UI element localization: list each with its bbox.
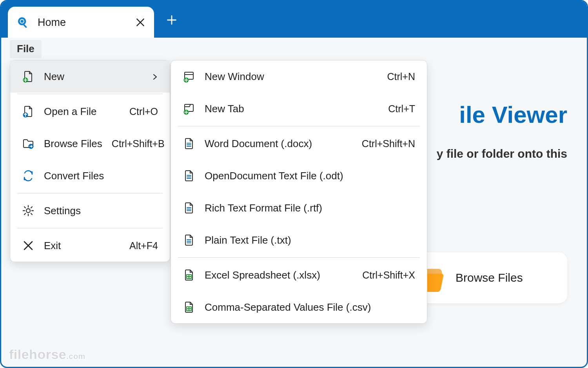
- menu-item-label: OpenDocument Text File (.odt): [205, 170, 415, 182]
- open-file-icon: [22, 105, 34, 118]
- menu-item-label: Comma-Separated Values File (.csv): [205, 301, 415, 313]
- menu-divider: [178, 257, 420, 258]
- magnifier-icon: [17, 16, 29, 28]
- menu-item-shortcut: Ctrl+O: [129, 106, 158, 117]
- tab-home[interactable]: Home: [8, 7, 154, 38]
- gear-icon: [22, 204, 34, 217]
- menu-item-label: Excel Spreadsheet (.xlsx): [205, 269, 353, 281]
- close-icon[interactable]: [135, 17, 145, 27]
- file-new-submenu: New Window Ctrl+N New Tab Ctrl+T Word Do…: [171, 60, 427, 324]
- menu-item-label: New Tab: [205, 103, 379, 115]
- browse-files-label: Browse Files: [456, 271, 523, 284]
- file-menu-convert[interactable]: Convert Files: [10, 160, 170, 192]
- file-menu-browse[interactable]: Browse Files Ctrl+Shift+B: [10, 128, 170, 160]
- menu-bar: File: [1, 38, 587, 60]
- svg-point-2: [20, 20, 24, 23]
- menu-item-shortcut: Ctrl+N: [387, 71, 415, 82]
- menu-divider: [17, 228, 163, 228]
- menu-item-shortcut: Ctrl+T: [388, 103, 415, 115]
- file-menu-label: File: [17, 43, 34, 55]
- file-menu-settings[interactable]: Settings: [10, 195, 170, 227]
- doc-text-icon: [183, 137, 195, 150]
- menu-item-label: New: [44, 71, 142, 83]
- doc-spreadsheet-icon: [183, 269, 195, 281]
- doc-spreadsheet-icon: [183, 301, 195, 313]
- menu-item-label: Plain Text File (.txt): [205, 234, 415, 246]
- menu-item-label: New Window: [205, 71, 377, 83]
- submenu-new-txt[interactable]: Plain Text File (.txt): [171, 224, 427, 256]
- submenu-new-xlsx[interactable]: Excel Spreadsheet (.xlsx) Ctrl+Shift+X: [171, 259, 427, 291]
- file-menu: New Open a File Ctrl+O Browse Files Ctrl…: [10, 60, 170, 262]
- file-menu-new[interactable]: New: [10, 60, 170, 93]
- menu-item-label: Rich Text Format File (.rtf): [205, 202, 415, 214]
- menu-divider: [17, 193, 163, 193]
- chevron-right-icon: [152, 71, 158, 82]
- hero-title: ile Viewer: [459, 101, 567, 128]
- close-x-icon: [22, 239, 34, 252]
- doc-text-icon: [183, 169, 195, 182]
- menu-item-label: Browse Files: [44, 138, 102, 150]
- file-menu-button[interactable]: File: [10, 40, 42, 58]
- svg-rect-3: [23, 24, 27, 28]
- menu-divider: [178, 126, 420, 126]
- submenu-new-docx[interactable]: Word Document (.docx) Ctrl+Shift+N: [171, 128, 427, 160]
- file-menu-exit[interactable]: Exit Alt+F4: [10, 230, 170, 262]
- browse-folder-icon: [22, 137, 34, 150]
- tab-title: Home: [38, 16, 127, 29]
- menu-item-shortcut: Ctrl+Shift+N: [362, 138, 415, 149]
- menu-item-shortcut: Ctrl+Shift+B: [112, 138, 165, 149]
- menu-item-shortcut: Alt+F4: [129, 240, 158, 251]
- window-plus-icon: [183, 70, 195, 83]
- submenu-new-odt[interactable]: OpenDocument Text File (.odt): [171, 160, 427, 192]
- menu-item-label: Exit: [44, 240, 120, 252]
- menu-item-shortcut: Ctrl+Shift+X: [362, 270, 415, 281]
- watermark: filehorse.com: [9, 347, 85, 362]
- submenu-new-csv[interactable]: Comma-Separated Values File (.csv): [171, 291, 427, 323]
- new-tab-button[interactable]: [164, 12, 180, 28]
- menu-item-label: Settings: [44, 205, 158, 217]
- convert-icon: [22, 169, 34, 182]
- app-window: Home File ile Viewer y file or folder on…: [0, 0, 588, 368]
- doc-text-icon: [183, 234, 195, 246]
- menu-item-label: Word Document (.docx): [205, 138, 352, 150]
- title-bar: Home: [1, 1, 587, 38]
- menu-item-label: Convert Files: [44, 170, 158, 182]
- file-menu-open[interactable]: Open a File Ctrl+O: [10, 95, 170, 128]
- watermark-main: filehorse: [9, 347, 66, 362]
- hero-subtitle: y file or folder onto this: [437, 147, 567, 160]
- submenu-new-tab[interactable]: New Tab Ctrl+T: [171, 93, 427, 125]
- svg-point-7: [26, 209, 30, 213]
- menu-divider: [17, 94, 163, 94]
- menu-item-label: Open a File: [44, 106, 120, 118]
- submenu-new-window[interactable]: New Window Ctrl+N: [171, 60, 427, 93]
- new-file-plus-icon: [22, 70, 34, 83]
- watermark-suffix: .com: [66, 352, 85, 361]
- doc-text-icon: [183, 202, 195, 214]
- submenu-new-rtf[interactable]: Rich Text Format File (.rtf): [171, 192, 427, 224]
- tab-plus-icon: [183, 102, 195, 115]
